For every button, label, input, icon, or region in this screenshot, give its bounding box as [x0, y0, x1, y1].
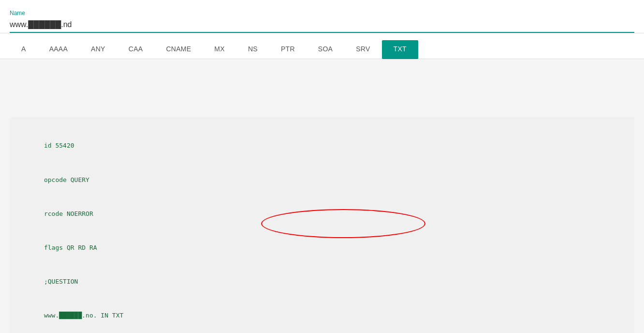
result-rcode: rcode NOERROR [21, 197, 623, 230]
tab-any[interactable]: ANY [79, 40, 117, 59]
tab-cname[interactable]: CNAME [154, 40, 203, 59]
tab-ns[interactable]: NS [236, 40, 269, 59]
tab-txt[interactable]: TXT [382, 40, 418, 59]
tab-soa[interactable]: SOA [307, 40, 344, 59]
tab-ptr[interactable]: PTR [269, 40, 307, 59]
result-opcode: opcode QUERY [21, 163, 623, 197]
result-flags: flags QR RD RA [21, 231, 623, 265]
tab-srv[interactable]: SRV [344, 40, 381, 59]
tab-mx[interactable]: MX [203, 40, 236, 59]
result-question-line: www.██████.no. IN TXT [21, 299, 623, 333]
result-question-header: ;QUESTION [21, 265, 623, 299]
dns-result: id 55420 opcode QUERY rcode NOERROR flag… [10, 117, 634, 333]
tab-caa[interactable]: CAA [117, 40, 155, 59]
result-id: id 55420 [21, 129, 623, 163]
tab-a[interactable]: A [10, 40, 38, 59]
name-label: Name [10, 10, 634, 16]
tabs-container: A AAAA ANY CAA CNAME MX NS PTR SOA SRV T… [0, 33, 644, 59]
name-input[interactable] [10, 18, 634, 33]
tab-aaaa[interactable]: AAAA [38, 40, 79, 59]
empty-space [0, 59, 644, 117]
